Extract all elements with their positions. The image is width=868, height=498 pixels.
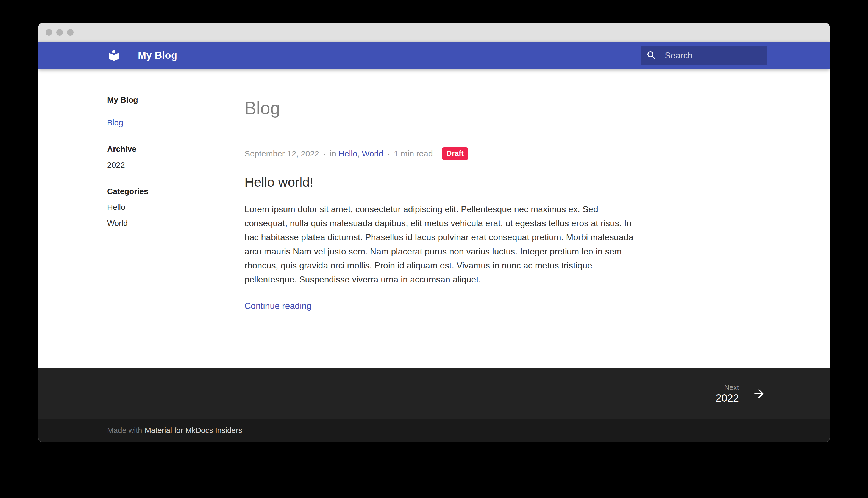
draft-badge: Draft — [442, 147, 468, 160]
sidebar-section-title: Categories — [107, 186, 245, 197]
footer-next-link[interactable]: Next 2022 — [38, 368, 830, 419]
sidebar-section-archive: Archive 2022 — [107, 144, 245, 170]
sidebar-site-title: My Blog — [107, 94, 245, 105]
page-content: My Blog Blog Archive 2022 Categories Hel… — [38, 69, 830, 368]
browser-titlebar — [38, 23, 830, 42]
window-control-icon — [46, 29, 52, 36]
continue-reading-link[interactable]: Continue reading — [245, 301, 311, 311]
post-date: September 12, 2022 — [245, 149, 319, 158]
post-meta: September 12, 2022 · in Hello, World · 1… — [245, 147, 796, 160]
window-control-icon — [67, 29, 74, 36]
sidebar-section-title: Archive — [107, 144, 245, 155]
sidebar-item-2022[interactable]: 2022 — [107, 159, 245, 170]
search-box[interactable] — [640, 45, 767, 65]
app-header: My Blog — [38, 42, 830, 69]
meta-separator: · — [387, 149, 390, 158]
search-icon — [646, 50, 657, 61]
post-in-label: in — [330, 149, 336, 158]
window-control-icon — [56, 29, 63, 36]
sidebar-nav: My Blog Blog Archive 2022 Categories Hel… — [38, 69, 245, 368]
browser-window: My Blog My Blog Blog Archive 2022 Catego… — [38, 23, 830, 442]
footer-meta: Made with Material for MkDocs Insiders — [38, 419, 830, 442]
local-library-icon[interactable] — [107, 49, 120, 62]
meta-separator: · — [323, 149, 326, 158]
post-excerpt: Lorem ipsum dolor sit amet, consectetur … — [245, 202, 637, 287]
category-separator: , — [358, 149, 360, 158]
footer-next-title: 2022 — [715, 392, 739, 404]
site-title: My Blog — [138, 50, 178, 61]
footer-next-label: Next — [715, 383, 739, 392]
made-with-label: Made with — [107, 426, 142, 435]
page-title: Blog — [245, 98, 796, 118]
footer-next-block: Next 2022 — [715, 383, 739, 404]
category-link-world[interactable]: World — [362, 149, 383, 158]
arrow-right-icon[interactable] — [752, 387, 766, 401]
sidebar-item-world[interactable]: World — [107, 218, 245, 229]
sidebar-item-blog[interactable]: Blog — [107, 117, 245, 128]
search-input[interactable] — [664, 50, 781, 61]
sidebar-item-hello[interactable]: Hello — [107, 202, 245, 213]
post-title-link[interactable]: Hello world! — [245, 174, 796, 190]
sidebar-divider — [103, 111, 230, 111]
read-time: 1 min read — [394, 149, 433, 158]
category-link-hello[interactable]: Hello — [338, 149, 357, 158]
article: Blog September 12, 2022 · in Hello, Worl… — [245, 69, 830, 368]
sidebar-section-categories: Categories Hello World — [107, 186, 245, 229]
mkdocs-credit-link[interactable]: Material for MkDocs Insiders — [145, 426, 242, 435]
